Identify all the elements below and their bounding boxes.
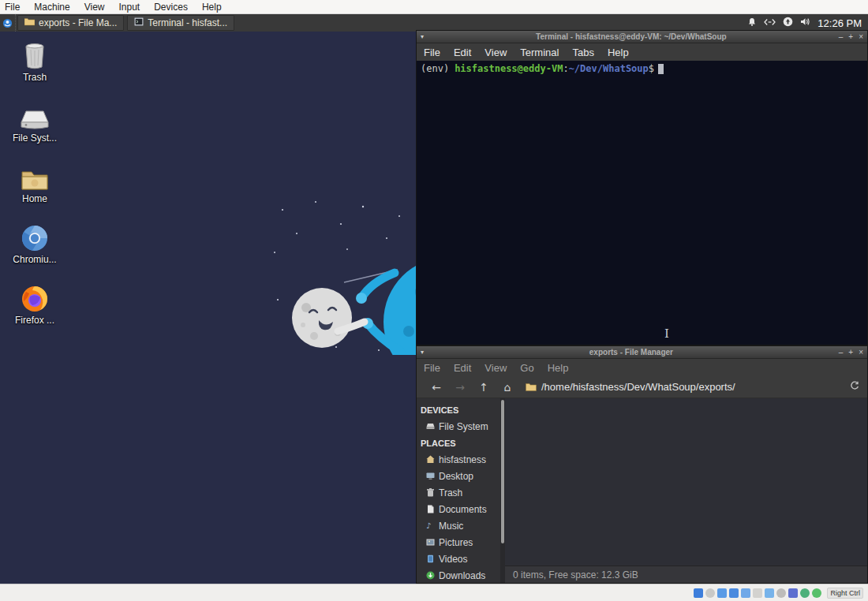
vbox-menu-file[interactable]: File	[5, 2, 20, 13]
software-updates-icon[interactable]	[783, 17, 793, 29]
sidebar-item-label: Videos	[439, 554, 467, 565]
fm-menu-edit[interactable]: Edit	[454, 362, 471, 374]
file-manager-toolbar: ← → ↑ ⌂ /home/hisfastness/Dev/WhatSoup/e…	[417, 376, 867, 398]
sidebar-item-music[interactable]: ♪ Music	[417, 517, 500, 534]
file-list-area[interactable]	[505, 398, 867, 566]
mouse-integration-icon[interactable]	[800, 588, 810, 598]
minimize-button[interactable]: –	[839, 348, 844, 356]
terminal-menubar: File Edit View Terminal Tabs Help	[417, 43, 867, 61]
fm-menu-go[interactable]: Go	[520, 362, 533, 374]
document-icon	[426, 505, 435, 513]
refresh-icon[interactable]	[850, 381, 859, 393]
terminal-titlebar[interactable]: ▾ Terminal - hisfastness@eddy-VM: ~/Dev/…	[417, 31, 867, 43]
volume-icon[interactable]	[800, 17, 810, 28]
optical-drives-icon[interactable]	[705, 588, 715, 598]
prompt-venv: (env)	[421, 63, 449, 74]
usb-icon[interactable]	[741, 588, 750, 598]
up-icon[interactable]: ↑	[472, 381, 496, 394]
desktop-icon-home[interactable]: Home	[0, 161, 69, 204]
scrollbar-thumb[interactable]	[501, 400, 504, 543]
location-path[interactable]: /home/hisfastness/Dev/WhatSoup/exports/	[541, 381, 735, 393]
file-manager-statusbar: 0 items, Free space: 12.3 GiB	[505, 566, 867, 583]
window-menu-icon[interactable]: ▾	[421, 349, 424, 356]
desktop-icon-label: File Syst...	[0, 133, 69, 144]
taskbar-button-file-manager[interactable]: exports - File Ma...	[17, 15, 124, 31]
file-manager-window: ▾ exports - File Manager – + × File Edit…	[416, 345, 868, 584]
fm-menu-help[interactable]: Help	[548, 362, 569, 374]
audio-icon[interactable]	[717, 588, 727, 598]
terminal-menu-tabs[interactable]: Tabs	[572, 47, 593, 58]
terminal-menu-edit[interactable]: Edit	[454, 47, 471, 58]
file-manager-sidebar: DEVICES File System PLACES hisfastness	[417, 398, 500, 583]
desktop-icon-trash[interactable]: Trash	[0, 39, 69, 83]
desktop-icon-chromium[interactable]: Chromiu...	[0, 222, 69, 265]
terminal-screen[interactable]: (env)hisfastness@eddy-VM:~/Dev/WhatSoup$	[417, 61, 867, 345]
drive-icon	[426, 422, 435, 431]
close-button[interactable]: ×	[859, 348, 863, 356]
minimize-button[interactable]: –	[839, 32, 844, 41]
vbox-menu-view[interactable]: View	[84, 2, 105, 13]
forward-icon[interactable]: →	[448, 381, 472, 394]
network-status-icon[interactable]	[764, 17, 776, 28]
terminal-menu-file[interactable]: File	[424, 47, 440, 58]
close-button[interactable]: ×	[859, 32, 863, 41]
vbox-menu-devices[interactable]: Devices	[154, 2, 188, 13]
prompt-symbol: $	[649, 63, 654, 74]
window-menu-icon[interactable]: ▾	[421, 33, 424, 40]
desktop-icon-firefox[interactable]: Firefox ...	[0, 282, 69, 326]
home-icon[interactable]: ⌂	[496, 381, 519, 394]
prompt-cwd: ~/Dev/WhatSoup	[569, 63, 649, 74]
keyboard-capture-icon[interactable]	[812, 588, 821, 598]
terminal-menu-view[interactable]: View	[485, 47, 507, 58]
maximize-button[interactable]: +	[848, 32, 853, 41]
recording-icon[interactable]	[776, 588, 786, 598]
sidebar-item-label: Downloads	[439, 570, 485, 581]
vbox-statusbar: Right Ctrl	[0, 584, 868, 601]
music-note-icon: ♪	[426, 521, 435, 530]
sidebar-item-downloads[interactable]: Downloads	[417, 567, 500, 583]
home-folder-icon	[0, 161, 69, 191]
sidebar-item-pictures[interactable]: Pictures	[417, 534, 500, 551]
terminal-menu-terminal[interactable]: Terminal	[520, 47, 559, 58]
shared-folders-icon[interactable]	[753, 588, 762, 598]
taskbar-button-terminal[interactable]: Terminal - hisfast...	[127, 15, 234, 31]
file-manager-menubar: File Edit View Go Help	[417, 359, 867, 376]
terminal-cursor	[658, 64, 664, 74]
file-manager-titlebar[interactable]: ▾ exports - File Manager – + ×	[417, 346, 867, 359]
desktop-icon-filesystem[interactable]: File Syst...	[0, 100, 69, 144]
display-icon[interactable]	[765, 588, 774, 598]
path-folder-icon	[526, 383, 537, 392]
sidebar-item-documents[interactable]: Documents	[417, 501, 500, 517]
sidebar-item-desktop[interactable]: Desktop	[417, 468, 500, 484]
desktop-icon-label: Chromiu...	[0, 254, 69, 265]
trash-icon	[0, 39, 69, 69]
fm-menu-file[interactable]: File	[424, 362, 440, 374]
sidebar-item-file-system[interactable]: File System	[417, 418, 500, 435]
system-tray: 12:26 PM	[747, 17, 868, 29]
sidebar-item-videos[interactable]: Videos	[417, 551, 500, 567]
notifications-bell-icon[interactable]	[747, 17, 757, 29]
vbox-menu-help[interactable]: Help	[202, 2, 222, 13]
fm-menu-view[interactable]: View	[485, 362, 507, 374]
sidebar-item-home[interactable]: hisfastness	[417, 451, 500, 468]
sidebar-scrollbar[interactable]	[500, 398, 505, 583]
desktop-icon-label: Home	[0, 193, 69, 204]
sidebar-item-trash[interactable]: Trash	[417, 484, 500, 501]
panel-clock[interactable]: 12:26 PM	[817, 17, 862, 29]
vbox-menu-machine[interactable]: Machine	[34, 2, 69, 13]
applications-menu-icon[interactable]	[0, 14, 16, 32]
taskbar-button-label: Terminal - hisfast...	[148, 17, 227, 28]
network-icon[interactable]	[729, 588, 739, 598]
status-text: 0 items, Free space: 12.3 GiB	[513, 569, 638, 580]
desktop-icon	[426, 472, 435, 480]
trash-icon	[426, 488, 435, 497]
terminal-menu-help[interactable]: Help	[608, 47, 629, 58]
sidebar-item-label: hisfastness	[439, 454, 486, 465]
back-icon[interactable]: ←	[425, 381, 448, 394]
hard-disks-icon[interactable]	[694, 588, 703, 598]
features-chip-icon[interactable]	[788, 588, 798, 598]
video-icon	[426, 554, 435, 563]
maximize-button[interactable]: +	[848, 348, 853, 356]
sidebar-item-label: Documents	[439, 504, 487, 515]
vbox-menu-input[interactable]: Input	[119, 2, 140, 13]
